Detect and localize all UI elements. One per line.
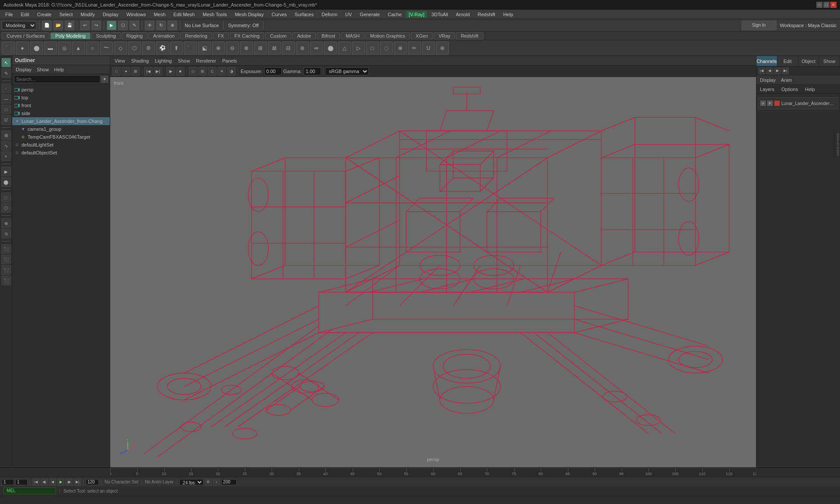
menu-mesh[interactable]: Mesh [150,11,169,18]
shelf-icon-extrude[interactable]: ⬆ [170,42,183,55]
frame-end-input[interactable] [86,479,99,485]
shelf-tab-mash[interactable]: MASH [341,32,364,39]
minimize-button[interactable]: ─ [816,2,822,8]
vp-wireframe-btn[interactable]: □ [112,67,121,76]
vp-hudcolor-btn[interactable]: C [208,67,217,76]
pb-step-fwd-btn[interactable]: |▶ [66,479,73,486]
rp-go-last-btn[interactable]: ▶| [782,67,789,74]
range-end-input[interactable] [221,479,237,485]
shelf-tab-adobe[interactable]: Adobe [292,32,316,39]
menu-file[interactable]: File [2,11,17,18]
shelf-icon-uv[interactable]: U [422,42,435,55]
gamma-mode-select[interactable]: sRGB gamma [325,67,369,75]
layer-entry[interactable]: V P Lunar_Lander_Ascender_from_C [758,97,838,109]
snap-curve-btn[interactable]: ∿ [1,141,11,150]
sidebar-tool2-btn[interactable]: ⬛ [1,255,11,264]
rp-layers-tab[interactable]: Layers [758,86,776,92]
pb-audio-btn[interactable]: ♪ [213,479,220,486]
shelf-icon-paint-weights[interactable]: ⊛ [436,42,449,55]
menu-curves[interactable]: Curves [268,11,290,18]
shelf-icon-merge[interactable]: ⊟ [282,42,295,55]
pb-go-end-btn[interactable]: ▶| [74,479,81,486]
shelf-icon-quadrangulate[interactable]: □ [366,42,379,55]
rp-sub-tab-anim[interactable]: Anim [779,77,794,83]
shelf-tab-motion[interactable]: Motion Graphics [365,32,410,39]
pb-play-fwd-btn[interactable]: ▶ [57,479,64,486]
sign-in-btn[interactable]: Sign In [742,21,777,30]
shelf-icon-gear[interactable]: ⚙ [142,42,155,55]
shelf-icon-cleanup[interactable]: ⊛ [296,42,309,55]
outliner-list[interactable]: persptopfrontside▼Lunar_Lander_Ascender_… [12,85,110,467]
vp-grid-btn[interactable]: ⊞ [198,67,207,76]
rp-go-first-btn[interactable]: |◀ [758,67,765,74]
menu-3dtoall[interactable]: 3DToAll [428,11,452,18]
shelf-icon-boolean-inter[interactable]: ⊗ [240,42,253,55]
shelf-icon-soccer[interactable]: ⚽ [156,42,169,55]
outliner-item-0[interactable]: persp [12,86,110,94]
redo-btn[interactable]: ↪ [91,21,101,30]
ipr-btn[interactable]: ⬤ [1,177,11,187]
show-manipulator-btn[interactable]: ⊕ [1,218,11,228]
menu-uv[interactable]: UV [342,11,355,18]
menu-generate[interactable]: Generate [356,11,383,18]
soft-select-btn[interactable]: ⊙ [1,229,11,238]
pb-step-back-btn[interactable]: ◀| [41,479,48,486]
move-btn[interactable]: ✛ [145,21,154,30]
render-view-btn[interactable]: ▶ [1,167,11,176]
rp-tab-object[interactable]: Object [798,56,819,66]
shelf-icon-prism[interactable]: ◇ [114,42,127,55]
viewport-3d[interactable]: front persp X Y Z [110,77,756,467]
shelf-tab-bifrost[interactable]: Bifrost [317,32,340,39]
sidebar-tool4-btn[interactable]: ⬛ [1,276,11,285]
frame-current-input[interactable] [15,479,28,485]
undo-btn[interactable]: ↩ [80,21,90,30]
menu-mesh-display[interactable]: Mesh Display [231,11,267,18]
menu-edit-mesh[interactable]: Edit Mesh [170,11,198,18]
menu-create[interactable]: Create [34,11,55,18]
vp-cam-prev[interactable]: |◀ [144,67,153,76]
rp-tab-show[interactable]: Show [819,56,840,66]
rotate-btn[interactable]: ↻ [156,21,166,30]
menu-surfaces[interactable]: Surfaces [291,11,317,18]
rp-tab-channels[interactable]: Channels [756,56,777,66]
shelf-icon-boolean-diff[interactable]: ⊖ [226,42,239,55]
menu-mesh-tools[interactable]: Mesh Tools [199,11,230,18]
viewport-menu-view[interactable]: View [112,57,128,64]
outliner-item-6[interactable]: ⊕TempCamFBXASC046Target [12,133,110,141]
wireframe-on-shade-btn[interactable]: ⬡ [1,203,11,213]
outliner-item-8[interactable]: ⊙defaultObjectSet [12,149,110,157]
vp-light-btn[interactable]: ☀ [217,67,226,76]
menu-edit[interactable]: Edit [18,11,33,18]
shelf-icon-bridge[interactable]: ⬛ [184,42,197,55]
shelf-icon-pipe[interactable]: ○ [86,42,99,55]
shelf-icon-cone[interactable]: ▲ [72,42,85,55]
xray-btn[interactable]: ◌ [1,192,11,202]
maximize-button[interactable]: □ [823,2,830,8]
vp-shadow-btn[interactable]: ◑ [227,67,236,76]
open-btn[interactable]: 📂 [53,21,63,30]
shelf-icon-cylinder[interactable]: ⬤ [30,42,43,55]
sidebar-tool3-btn[interactable]: ⬛ [1,265,11,275]
rp-go-next-btn[interactable]: ▶ [774,67,781,74]
shelf-icon-subdivide[interactable]: ⊕ [394,42,407,55]
shelf-icon-sphere[interactable]: ● [16,42,29,55]
gamma-input[interactable]: 1.00 [304,67,321,75]
rp-sub-tab-display[interactable]: Display [758,77,777,83]
snap-grid-btn[interactable]: ⊞ [1,130,11,140]
menu-display[interactable]: Display [99,11,122,18]
pb-settings-btn[interactable]: ⚙ [205,479,212,486]
face-btn[interactable]: □ [1,105,11,114]
shelf-icon-bevel[interactable]: ⬕ [198,42,211,55]
shelf-icon-mirror[interactable]: ⇔ [310,42,323,55]
outliner-item-3[interactable]: side [12,109,110,117]
outliner-item-4[interactable]: ▼Lunar_Lander_Ascender_from-Chang [12,117,110,125]
shelf-tab-custom[interactable]: Custom [265,32,291,39]
vp-iso-btn[interactable]: ◇ [189,67,197,76]
close-button[interactable]: ✕ [830,2,836,8]
vp-shade-btn[interactable]: ● [122,67,130,76]
lasso-btn[interactable]: ⬡ [118,21,128,30]
menu-vray[interactable]: [V-Ray] [406,11,427,18]
shelf-icon-torus[interactable]: ◎ [58,42,71,55]
frame-start-input[interactable] [2,479,14,485]
shelf-tab-fxcaching[interactable]: FX Caching [230,32,264,39]
